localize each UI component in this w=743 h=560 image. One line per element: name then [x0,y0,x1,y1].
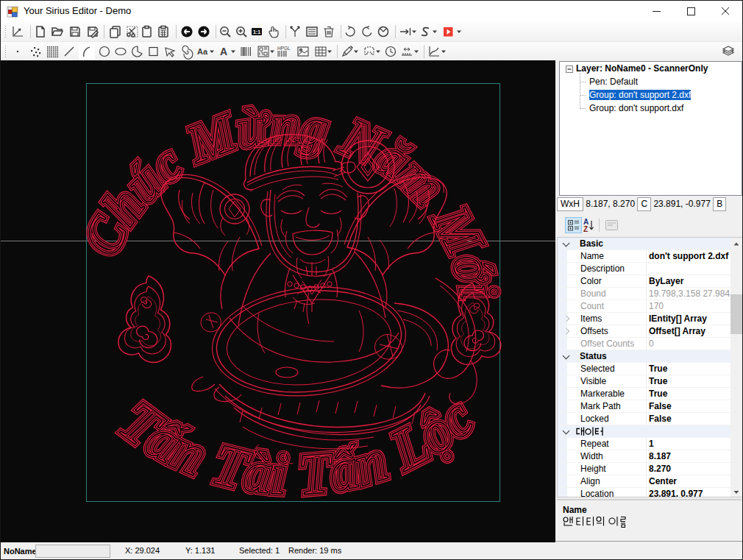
svg-text:HPGL: HPGL [277,46,291,51]
svg-text:Aa: Aa [197,47,208,56]
svg-text:1:1: 1:1 [253,29,260,35]
svg-text:A: A [220,46,227,57]
svg-text:Z: Z [583,225,588,233]
